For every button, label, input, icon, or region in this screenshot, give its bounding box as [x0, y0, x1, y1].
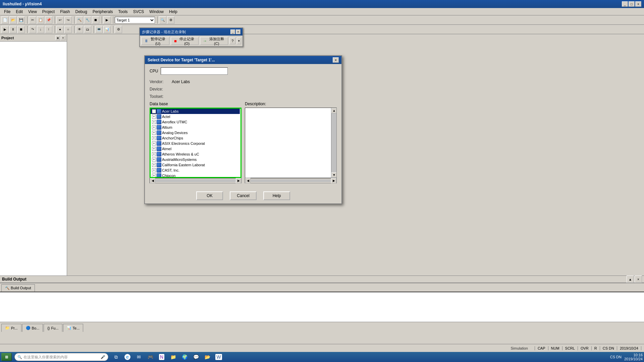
db-item-analog[interactable]: + Analog Devices — [151, 130, 240, 135]
build-tab-build[interactable]: 🔨 Build Output — [1, 284, 35, 292]
toolbar2-btn1[interactable]: ▶ — [1, 26, 9, 33]
panel-close-btn[interactable]: × — [61, 36, 65, 40]
taskbar-search[interactable]: 🔍 在这里输入你要搜索的内容 🎤 — [14, 353, 108, 361]
menu-window[interactable]: Window — [147, 9, 166, 15]
maximize-button[interactable]: □ — [629, 1, 635, 7]
bottom-tab-templates[interactable]: 📊 Te... — [63, 324, 84, 332]
step-recorder-dropdown-btn[interactable]: ▾ — [237, 38, 241, 44]
db-item-cast[interactable]: + CAST, Inc. — [151, 168, 240, 173]
menu-peripherals[interactable]: Peripherals — [90, 9, 116, 15]
expand-icon-cast[interactable]: + — [152, 168, 156, 172]
build-output-expand-btn[interactable]: ▲ — [627, 276, 634, 283]
taskbar-icon-wechat[interactable]: 💬 — [191, 352, 201, 362]
menu-tools[interactable]: Tools — [116, 9, 130, 15]
toolbar-undo[interactable]: ↩ — [56, 16, 64, 24]
db-item-california[interactable]: + California Eastern Laborat — [151, 162, 240, 168]
add-comment-btn[interactable]: → 添加注释(C) — [200, 37, 228, 45]
toolbar2-mem[interactable]: 🗂 — [84, 26, 91, 33]
toolbar-stop[interactable]: ⏹ — [92, 16, 99, 24]
toolbar-search[interactable]: 🔍 — [159, 16, 166, 24]
expand-icon-asix[interactable]: + — [152, 141, 156, 145]
toolbar-new[interactable]: 📄 — [1, 16, 9, 24]
toolbar2-step-in[interactable]: ↓ — [37, 26, 44, 33]
toolbar-build[interactable]: 🔨 — [76, 16, 83, 24]
desc-hscroll-track[interactable] — [251, 179, 331, 182]
desc-hscroll-left[interactable]: ◀ — [245, 178, 251, 183]
db-item-chipcon[interactable]: + Chipcon — [151, 173, 240, 177]
db-item-acer-labs[interactable]: + Acer Labs — [151, 109, 240, 114]
expand-icon-atheros[interactable]: + — [152, 152, 156, 156]
toolbar-debug-start[interactable]: ▶ — [103, 16, 111, 24]
expand-icon-actel[interactable]: + — [152, 115, 156, 119]
db-hscroll-track[interactable] — [155, 179, 236, 182]
menu-project[interactable]: Project — [40, 9, 57, 15]
db-item-altium[interactable]: + Altium — [151, 125, 240, 130]
taskbar-icon-word[interactable]: W — [214, 352, 224, 362]
toolbar2-breakpoint[interactable]: ● — [56, 26, 64, 33]
close-button[interactable]: × — [635, 1, 641, 7]
db-hscroll-right[interactable]: ▶ — [236, 178, 241, 183]
toolbar-target-select[interactable]: Target 1 — [115, 17, 155, 23]
toolbar2-btn2[interactable]: ⏸ — [9, 26, 17, 33]
ok-button[interactable]: OK — [196, 191, 223, 200]
step-recorder-help-btn[interactable]: ? — [229, 38, 235, 44]
expand-icon-chipcon[interactable]: + — [152, 174, 156, 177]
bottom-tab-project[interactable]: 📁 Pr... — [1, 324, 21, 332]
menu-svcs[interactable]: SVCS — [130, 9, 147, 15]
step-recorder-close-btn[interactable]: × — [236, 29, 240, 34]
bottom-tab-books[interactable]: 🔵 Bo... — [22, 324, 43, 332]
toolbar-paste[interactable]: 📌 — [45, 16, 52, 24]
toolbar-copy[interactable]: 📋 — [37, 16, 44, 24]
menu-view[interactable]: View — [25, 9, 40, 15]
dialog-close-btn[interactable]: × — [333, 57, 339, 63]
toolbar2-setup[interactable]: ⚙ — [115, 26, 122, 33]
desc-scroll-down[interactable]: ▼ — [331, 172, 337, 178]
taskbar-icon-edge[interactable]: e — [122, 352, 132, 362]
toolbar-rebuild[interactable]: 🔧 — [84, 16, 91, 24]
expand-icon-altium[interactable]: + — [152, 125, 156, 129]
taskbar-icon-folder[interactable]: 📁 — [168, 352, 178, 362]
toolbar-save[interactable]: 💾 — [17, 16, 25, 24]
pause-recording-btn[interactable]: ⏸ 暂停记录(U) — [141, 37, 169, 45]
db-item-atmel[interactable]: + Atmel — [151, 146, 240, 152]
db-hscroll-left[interactable]: ◀ — [150, 178, 155, 183]
desc-hscroll-right[interactable]: ▶ — [331, 178, 336, 183]
toolbar2-watch[interactable]: 👁 — [76, 26, 83, 33]
build-output-close-btn[interactable]: × — [635, 276, 642, 283]
toolbar-redo[interactable]: ↪ — [64, 16, 72, 24]
bottom-tab-functions[interactable]: {} Fu... — [44, 324, 62, 332]
taskbar-icon-explorer[interactable]: 📂 — [202, 352, 212, 362]
minimize-button[interactable]: _ — [622, 1, 628, 7]
db-item-atheros[interactable]: + Atheros Wireless & uC — [151, 152, 240, 157]
menu-debug[interactable]: Debug — [73, 9, 90, 15]
expand-icon-california[interactable]: + — [152, 163, 156, 167]
expand-icon-acer[interactable]: + — [152, 109, 156, 113]
toolbar-open[interactable]: 📂 — [9, 16, 17, 24]
toolbar-cut[interactable]: ✂ — [29, 16, 36, 24]
toolbar-settings[interactable]: ⚙ — [167, 16, 174, 24]
expand-icon-aeroflex[interactable]: + — [152, 120, 156, 124]
search-input[interactable] — [161, 67, 228, 75]
start-button[interactable]: ⊞ — [1, 353, 12, 361]
menu-flash[interactable]: Flash — [57, 9, 72, 15]
db-item-asix[interactable]: + ASIX Electronics Corporat — [151, 141, 240, 146]
taskbar-icon-steam[interactable]: 🎮 — [145, 352, 155, 362]
db-item-anchor[interactable]: + AnchorChips — [151, 135, 240, 141]
desc-scroll-track[interactable] — [331, 113, 336, 172]
db-item-actel[interactable]: + Actel — [151, 114, 240, 119]
database-list-scroll[interactable]: + Acer Labs + Actel + Aeroflex UT — [151, 109, 240, 177]
taskbar-icon-task-view[interactable]: ⧉ — [111, 352, 121, 362]
expand-icon-analog[interactable]: + — [152, 131, 156, 135]
expand-icon-anchor[interactable]: + — [152, 136, 156, 140]
stop-recording-btn[interactable]: ⏹ 停止记录(O) — [171, 37, 199, 45]
toolbar2-btn3[interactable]: ⏹ — [17, 26, 25, 33]
help-button[interactable]: Help — [263, 191, 290, 200]
desc-scroll-up[interactable]: ▲ — [331, 108, 337, 113]
step-recorder-min-btn[interactable]: _ — [230, 29, 235, 34]
menu-edit[interactable]: Edit — [13, 9, 25, 15]
expand-icon-austria[interactable]: + — [152, 158, 156, 162]
toolbar2-perf[interactable]: 📊 — [103, 26, 111, 33]
panel-float-btn[interactable]: ◈ — [55, 36, 60, 40]
taskbar-icon-mail[interactable]: ✉ — [134, 352, 144, 362]
menu-file[interactable]: File — [1, 9, 13, 15]
